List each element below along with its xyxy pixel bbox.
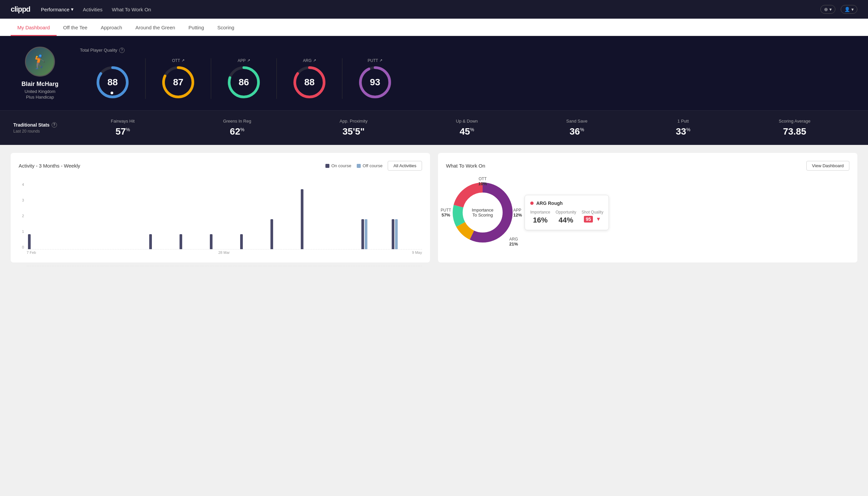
stat-value: 73.85 (779, 126, 810, 137)
tab-putting[interactable]: Putting (182, 19, 211, 36)
chart-y-label: 4 (19, 183, 24, 187)
chart-grid-lines (27, 249, 422, 270)
grid-line (27, 249, 422, 249)
shot-quality-badge: 95 (584, 216, 593, 222)
bar-group (301, 189, 330, 249)
tooltip-shot-quality: Shot Quality 95 ▼ (582, 210, 603, 224)
chevron-down-icon: ▾ (71, 6, 74, 12)
bar-on-course (240, 234, 243, 249)
bar-on-course (210, 234, 212, 249)
score-circles: 88 OTT ↗ 87 APP ↗ 86 ARG ↗ (80, 58, 855, 99)
help-icon[interactable]: ? (119, 48, 125, 53)
tab-my-dashboard[interactable]: My Dashboard (11, 19, 57, 36)
nav-activities[interactable]: Activities (83, 6, 102, 12)
bar-on-course (179, 234, 182, 249)
stat-value: 62% (223, 126, 251, 137)
add-button[interactable]: ⊕ ▾ (820, 5, 835, 14)
stat-item: Greens In Reg 62% (223, 119, 251, 137)
stats-section: Traditional Stats ? Last 20 rounds Fairw… (0, 110, 868, 145)
donut-label-ott: OTT 10% (478, 176, 487, 186)
bar-group (179, 234, 208, 249)
bar-on-course (392, 219, 394, 249)
activity-card: Activity - 3 Months - Weekly On course O… (11, 153, 430, 263)
tab-around-the-green[interactable]: Around the Green (129, 19, 182, 36)
score-circle-ott: OTT ↗ 87 (145, 58, 211, 99)
circle-container-ott: 87 (161, 66, 195, 99)
user-chevron: ▾ (851, 7, 854, 12)
stat-item: Fairways Hit 57% (111, 119, 135, 137)
tooltip-stats: Importance 16% Opportunity 44% Shot Qual… (530, 210, 603, 224)
tab-approach[interactable]: Approach (94, 19, 129, 36)
bar-group (149, 234, 178, 249)
tooltip-card: ARG Rough Importance 16% Opportunity 44%… (525, 195, 609, 230)
nav-what-to-work-on[interactable]: What To Work On (112, 6, 151, 12)
bottom-section: Activity - 3 Months - Weekly On course O… (0, 145, 868, 270)
stat-item: 1 Putt 33% (676, 119, 691, 137)
player-country: United Kingdom (25, 89, 56, 94)
donut-center-label: Importance To Scoring (472, 207, 493, 218)
score-arrow-ott: ↗ (182, 58, 185, 63)
bar-empty (89, 248, 91, 249)
chart-y-label: 3 (19, 198, 24, 202)
bar-on-course (301, 189, 303, 249)
stat-label: 1 Putt (676, 119, 691, 124)
score-arrow-app: ↗ (247, 58, 250, 63)
score-label-arg: ARG ↗ (303, 58, 316, 63)
tooltip-opportunity: Opportunity 44% (556, 210, 576, 224)
stat-label: Sand Save (566, 119, 587, 124)
bar-group (270, 219, 299, 249)
legend-off-course: Off course (357, 163, 383, 168)
avatar: 🏌️ (25, 47, 55, 77)
bar-group (119, 248, 148, 249)
score-circle-arg: ARG ↗ 88 (277, 58, 343, 99)
bar-empty (58, 248, 61, 249)
donut-center-line2: To Scoring (472, 213, 493, 218)
all-activities-button[interactable]: All Activities (388, 161, 422, 171)
circle-number-total: 88 (107, 77, 117, 88)
circle-number-app: 86 (238, 77, 249, 88)
work-card-header: What To Work On View Dashboard (446, 161, 849, 171)
stat-value: 33% (676, 126, 691, 137)
user-button[interactable]: 👤 ▾ (841, 5, 857, 14)
stat-label: Fairways Hit (111, 119, 135, 124)
bar-group (210, 234, 239, 249)
circle-container-arg: 88 (293, 66, 326, 99)
tooltip-title: ARG Rough (530, 201, 603, 206)
score-label-app: APP ↗ (237, 58, 250, 63)
player-handicap: Plus Handicap (26, 95, 54, 99)
tab-off-the-tee[interactable]: Off the Tee (57, 19, 94, 36)
score-arrow-putt: ↗ (379, 58, 382, 63)
legend-on-dot (326, 164, 329, 168)
chart-y-label: 2 (19, 214, 24, 218)
player-info: 🏌️ Blair McHarg United Kingdom Plus Hand… (13, 47, 67, 99)
circle-container-putt: 93 (358, 66, 392, 99)
player-name: Blair McHarg (21, 81, 58, 88)
stat-item: Scoring Average 73.85 (779, 119, 810, 137)
score-circle-total: 88 (80, 58, 145, 99)
scores-section: Total Player Quality ? 88 OTT ↗ 87 (80, 48, 855, 99)
bar-off-course (365, 219, 367, 249)
circle-container-app: 86 (227, 66, 261, 99)
bar-empty (331, 248, 334, 249)
top-nav: clippd Performance ▾ Activities What To … (0, 0, 868, 19)
chart-y-label: 1 (19, 230, 24, 233)
activity-title: Activity - 3 Months - Weekly (19, 163, 80, 169)
stat-item: Up & Down 45% (456, 119, 478, 137)
stats-help-icon[interactable]: ? (52, 122, 57, 128)
nav-performance[interactable]: Performance ▾ (41, 6, 74, 12)
nav-right: ⊕ ▾ 👤 ▾ (820, 5, 857, 14)
bar-group (28, 234, 57, 249)
chart-legend: On course Off course All Activities (326, 161, 422, 171)
tab-scoring[interactable]: Scoring (211, 19, 241, 36)
circle-number-arg: 88 (304, 77, 314, 88)
down-arrow-icon: ▼ (596, 216, 601, 222)
add-chevron: ▾ (830, 7, 832, 12)
user-icon: 👤 (845, 7, 850, 12)
bar-on-course (361, 219, 364, 249)
score-circle-app: APP ↗ 86 (211, 58, 277, 99)
bar-on-course (149, 234, 152, 249)
view-dashboard-button[interactable]: View Dashboard (806, 161, 849, 171)
donut-center-line1: Importance (472, 207, 493, 213)
bar-on-course (28, 234, 31, 249)
tooltip-dot (530, 202, 534, 205)
